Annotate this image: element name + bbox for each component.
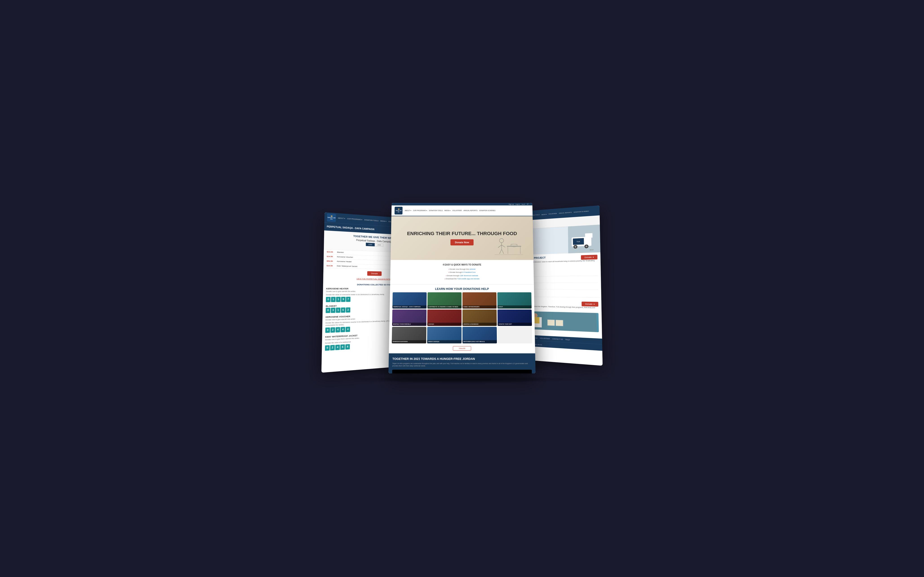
donate-button[interactable]: Donate	[367, 271, 381, 276]
center-top-bar: Sign up Log In عربية 🛒	[392, 203, 533, 205]
program-gift[interactable]: DONATE YOUR GIFT	[498, 309, 532, 326]
tua-app-link[interactable]: TUA mobile app and donate	[457, 278, 479, 280]
hero-donate-btn[interactable]: Donate Now	[451, 239, 473, 245]
svg-rect-7	[507, 246, 521, 247]
sign-up-link[interactable]: Sign up	[509, 203, 514, 205]
right-nav-reports[interactable]: ANNUAL REPORTS	[559, 211, 572, 214]
learn-title: LEARN HOW YOUR DONATIONS HELP	[390, 284, 534, 292]
svg-line-4	[502, 245, 505, 247]
center-nav-donation[interactable]: DONATION TOOLS	[429, 210, 443, 211]
programs-grid: PERPETUAL SADAQA – DAFA CAMPAIGN CONTRIB…	[389, 292, 535, 345]
program-zakat[interactable]: ZAKAT	[497, 292, 531, 308]
right-nav-media[interactable]: MEDIA ▾	[541, 213, 547, 215]
program-friday[interactable]: FRIDAY SADAQA	[427, 327, 462, 343]
svg-text:06/19: 06/19	[590, 249, 593, 251]
center-nav-about[interactable]: ABOUT ▾	[405, 210, 411, 211]
video-placeholder[interactable]: ▶ Tkiyet Um Ali - Corporate Video (Engli…	[392, 369, 532, 373]
program-family[interactable]: FAMILY SPONSORSHIPS	[462, 292, 497, 308]
log-in-link[interactable]: Log In	[515, 203, 520, 205]
program-dafa[interactable]: PERPETUAL SADAQA – DAFA CAMPAIGN	[393, 292, 427, 308]
left-logo-text: TRIYET UM ALI	[327, 217, 336, 220]
program-udhiyah[interactable]: UDHIYAH & DHABIHAH	[462, 309, 497, 326]
program-wayfarer[interactable]: WAYFARER (DAILY HOT MEALS)	[462, 327, 497, 343]
footer-volunteer[interactable]: VOLUNTEER	[540, 337, 550, 339]
view-all-btn[interactable]: View All	[453, 346, 471, 350]
growing-donate-btn[interactable]: Donate	[582, 301, 598, 306]
svg-line-6	[502, 250, 504, 254]
website-link[interactable]: website	[469, 268, 475, 270]
arabic-link[interactable]: عربية	[522, 203, 525, 205]
hero-section: ENRICHING THEIR FUTURE... THROUGH FOOD D…	[391, 216, 533, 260]
center-nav-volunteer[interactable]: VOLUNTEER	[452, 210, 462, 211]
caf-link[interactable]: CAF America's website	[460, 275, 478, 277]
right-nav-schemes[interactable]: DONATION SCHEMES	[573, 210, 589, 213]
program-ramadan[interactable]: RAMADAN KAFFARAH	[392, 327, 426, 343]
svg-point-1	[499, 239, 504, 243]
cart-icon[interactable]: 🛒	[527, 203, 529, 205]
footer-title: TOGETHER IN 2021 TOWARDS A HUNGER-FREE J…	[393, 357, 531, 361]
truck-illustration: TUA 06/19	[568, 225, 601, 253]
program-sadaqa[interactable]: SADAQA	[427, 309, 462, 326]
efawateercom-link[interactable]: E-FawateerCom	[462, 271, 475, 274]
program-monthly[interactable]: MONTHLY FOOD PARCELS	[392, 309, 426, 326]
right-nav-volunteer[interactable]: VOLUNTEER	[549, 213, 557, 214]
center-footer: TOGETHER IN 2021 TOWARDS A HUNGER-FREE J…	[389, 353, 535, 373]
hero-illustration	[491, 225, 527, 260]
eradicating-donate-btn[interactable]: Donate	[581, 255, 597, 260]
program-empty	[498, 327, 532, 343]
jod-btn[interactable]: JOD	[375, 243, 384, 247]
svg-line-3	[498, 245, 502, 248]
svg-rect-14	[585, 233, 592, 238]
left-logo: 🕌 TRIYET UM ALI	[327, 213, 336, 222]
nav-programs[interactable]: OUR PROGRAMS ▾	[347, 218, 362, 221]
nav-donation-tools[interactable]: DONATION TOOLS	[364, 219, 378, 222]
center-window: Sign up Log In عربية 🛒 🕌TRIYET UM ALI AB…	[389, 203, 535, 374]
footer-faqs[interactable]: FAQS	[565, 338, 570, 340]
donate-ways-title: 4 EASY & QUICK WAYS TO DONATE	[394, 264, 530, 266]
usd-btn[interactable]: USD	[366, 243, 375, 247]
center-nav-schemes[interactable]: DONATION SCHEMES	[479, 210, 496, 211]
footer-contact[interactable]: CONTACT US	[552, 338, 563, 340]
hero-title: ENRICHING THEIR FUTURE... THROUGH FOOD	[394, 230, 530, 237]
nav-about[interactable]: ABOUT ▾	[338, 218, 346, 219]
svg-rect-29	[548, 320, 555, 326]
donate-ways-list: Donate now through this website Donate t…	[394, 268, 530, 280]
center-logo: 🕌TRIYET UM ALI	[394, 207, 403, 214]
donate-ways-section: 4 EASY & QUICK WAYS TO DONATE Donate now…	[390, 260, 534, 284]
center-nav-media[interactable]: MEDIA ▾	[444, 210, 451, 211]
ground-shadow	[341, 376, 583, 383]
svg-text:TUA: TUA	[577, 241, 580, 242]
scene: 🕌 TRIYET UM ALI ABOUT ▾ OUR PROGRAMS ▾ D…	[327, 201, 597, 376]
svg-rect-30	[556, 320, 563, 326]
center-nav-reports[interactable]: ANNUAL REPORTS	[464, 210, 478, 211]
footer-desc: Tkiyet Um Ali's programs are sustainable…	[393, 363, 532, 367]
program-feeding[interactable]: CONTRIBUTE TO FEEDING A FAMILY IN NEED	[427, 292, 462, 308]
svg-line-5	[499, 250, 502, 254]
center-nav-programs[interactable]: OUR PROGRAMS ▾	[413, 210, 427, 211]
nav-media[interactable]: MEDIA ▾	[380, 220, 386, 222]
